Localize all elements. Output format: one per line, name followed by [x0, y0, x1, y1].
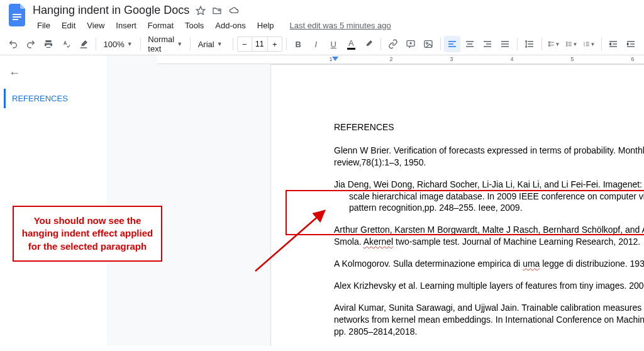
document-title[interactable]: Hanging indent in Google Docs — [33, 4, 189, 17]
svg-point-11 — [566, 45, 567, 46]
bold-button[interactable]: B — [290, 36, 306, 52]
reference-entry[interactable]: A Kolmogorov. Sulla determinazione empir… — [334, 258, 644, 270]
bulleted-list-button[interactable]: ▼ — [564, 36, 580, 52]
annotation-highlight-box — [286, 190, 644, 235]
indent-marker-icon[interactable] — [332, 57, 338, 61]
align-left-button[interactable] — [444, 36, 460, 52]
menu-view[interactable]: View — [82, 18, 109, 33]
document-canvas[interactable]: 1 2 3 4 5 6 7 REFERENCES Glenn W Brier. … — [107, 55, 644, 346]
header: Hanging indent in Google Docs File Edit … — [0, 0, 644, 33]
align-center-button[interactable] — [462, 36, 478, 52]
document-outline: ← REFERENCES — [0, 55, 107, 346]
svg-rect-2 — [13, 19, 18, 20]
increase-indent-button[interactable] — [623, 36, 639, 52]
align-justify-button[interactable] — [497, 36, 513, 52]
main-area: ← REFERENCES 1 2 3 4 5 6 7 REFERENCES Gl… — [0, 55, 644, 346]
toolbar: 100%▼ Normal text▼ Arial▼ − + B I U A ▼ … — [0, 33, 644, 55]
insert-image-button[interactable] — [420, 36, 436, 52]
svg-rect-0 — [13, 14, 21, 15]
svg-marker-3 — [197, 6, 205, 14]
line-spacing-button[interactable] — [521, 36, 538, 52]
svg-point-6 — [426, 42, 428, 44]
paint-format-button[interactable] — [75, 36, 92, 52]
move-icon[interactable] — [212, 6, 222, 16]
heading-references[interactable]: REFERENCES — [334, 121, 644, 133]
outline-collapse-icon[interactable]: ← — [4, 64, 103, 82]
menu-tools[interactable]: Tools — [180, 18, 208, 33]
outline-item-references[interactable]: REFERENCES — [4, 89, 103, 108]
menu-help[interactable]: Help — [253, 18, 279, 33]
spellcheck-button[interactable] — [58, 36, 74, 52]
menu-edit[interactable]: Edit — [57, 18, 80, 33]
menu-bar: File Edit View Insert Format Tools Add-o… — [33, 18, 638, 33]
menu-format[interactable]: Format — [143, 18, 178, 33]
paragraph-style-dropdown[interactable]: Normal text▼ — [144, 36, 186, 52]
horizontal-ruler[interactable]: 1 2 3 4 5 6 7 — [157, 55, 644, 64]
insert-link-button[interactable] — [385, 36, 401, 52]
font-size-input[interactable] — [252, 37, 268, 51]
zoom-dropdown[interactable]: 100%▼ — [100, 36, 136, 52]
font-size-decrease[interactable]: − — [238, 40, 252, 49]
decrease-indent-button[interactable] — [605, 36, 621, 52]
underline-button[interactable]: U — [325, 36, 341, 52]
print-button[interactable] — [40, 36, 57, 52]
menu-file[interactable]: File — [33, 18, 55, 33]
font-size-increase[interactable]: + — [268, 40, 282, 49]
svg-point-9 — [566, 42, 567, 43]
menu-insert[interactable]: Insert — [111, 18, 141, 33]
undo-button[interactable] — [5, 36, 21, 52]
svg-rect-8 — [548, 45, 550, 46]
star-icon[interactable] — [196, 6, 206, 16]
reference-entry[interactable]: Alex Krizhevsky et al. Learning multiple… — [334, 280, 644, 292]
highlight-color-button[interactable] — [360, 36, 377, 52]
svg-rect-1 — [13, 16, 21, 18]
svg-text:3: 3 — [583, 45, 584, 47]
menu-addons[interactable]: Add-ons — [211, 18, 250, 33]
numbered-list-button[interactable]: 123▼ — [581, 36, 597, 52]
annotation-callout: You should now see the hanging indent ef… — [13, 206, 162, 262]
text-color-button[interactable]: A — [343, 36, 359, 52]
reference-entry[interactable]: Glenn W Brier. Verification of forecasts… — [334, 145, 644, 169]
redo-button[interactable] — [23, 36, 39, 52]
font-size-stepper[interactable]: − + — [237, 36, 282, 52]
align-right-button[interactable] — [479, 36, 496, 52]
last-edit-link[interactable]: Last edit was 5 minutes ago — [290, 21, 391, 30]
reference-entry[interactable]: Aviral Kumar, Sunita Sarawagi, and Ujjwa… — [334, 302, 644, 338]
font-dropdown[interactable]: Arial▼ — [194, 36, 229, 52]
svg-point-10 — [566, 43, 567, 44]
docs-logo[interactable] — [6, 4, 29, 26]
checklist-button[interactable]: ▼ — [546, 36, 562, 52]
svg-rect-7 — [548, 42, 550, 43]
cloud-saved-icon[interactable] — [228, 6, 240, 16]
italic-button[interactable]: I — [308, 36, 324, 52]
svg-rect-5 — [425, 41, 432, 48]
insert-comment-button[interactable] — [402, 36, 419, 52]
